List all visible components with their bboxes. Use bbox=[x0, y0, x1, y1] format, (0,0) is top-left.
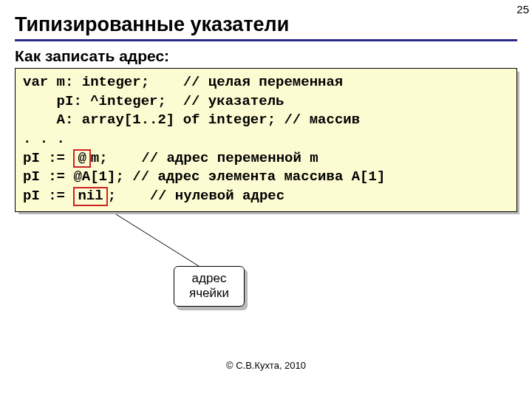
slide-content: Типизированные указатели Как записать ад… bbox=[0, 0, 532, 212]
code-line: . . . bbox=[23, 131, 65, 147]
slide-title: Типизированные указатели bbox=[15, 13, 517, 36]
code-line: pI: ^integer; // указатель bbox=[23, 93, 284, 109]
code-content: var m: integer; // целая переменная pI: … bbox=[15, 68, 517, 212]
callout: адрес ячейки bbox=[174, 266, 245, 307]
code-line: pI := @m; // адрес переменной m bbox=[23, 150, 318, 166]
footer-copyright: © С.В.Кухта, 2010 bbox=[0, 360, 532, 371]
callout-text-line: адрес bbox=[182, 271, 236, 286]
svg-line-0 bbox=[116, 214, 201, 267]
code-line: pI := nil; // нулевой адрес bbox=[23, 188, 284, 204]
slide-subtitle: Как записать адрес: bbox=[15, 47, 517, 65]
title-rule bbox=[15, 39, 517, 41]
highlight-at-sign: @ bbox=[73, 149, 90, 168]
code-line: pI := @A[1]; // адрес элемента массива A… bbox=[23, 168, 385, 185]
callout-connector bbox=[116, 214, 212, 273]
code-line: var m: integer; // целая переменная bbox=[23, 74, 343, 90]
code-line: A: array[1..2] of integer; // массив bbox=[23, 112, 360, 128]
code-box: var m: integer; // целая переменная pI: … bbox=[15, 68, 517, 212]
callout-body: адрес ячейки bbox=[174, 266, 245, 307]
highlight-nil: nil bbox=[73, 187, 107, 206]
page-number: 25 bbox=[516, 3, 529, 16]
callout-text-line: ячейки bbox=[182, 286, 236, 301]
